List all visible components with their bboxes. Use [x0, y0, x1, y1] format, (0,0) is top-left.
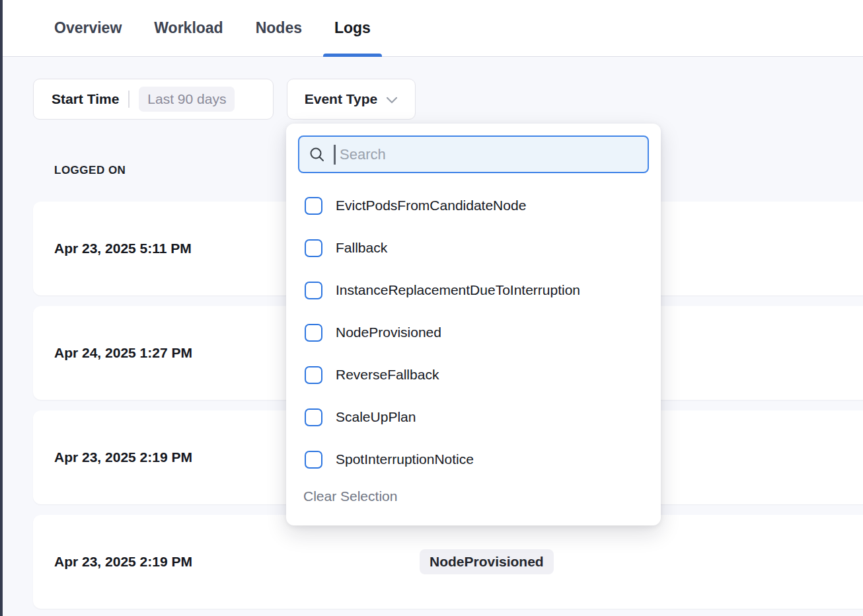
- option-reversefallback[interactable]: ReverseFallback: [305, 354, 649, 396]
- option-label: ReverseFallback: [336, 367, 439, 383]
- checkbox-unchecked[interactable]: [305, 324, 322, 342]
- option-evictpodsfromcandidatenode[interactable]: EvictPodsFromCandidateNode: [305, 184, 649, 227]
- start-time-value[interactable]: Last 90 days: [139, 87, 235, 112]
- tab-nodes[interactable]: Nodes: [244, 0, 313, 56]
- logged-on-value: Apr 23, 2025 2:19 PM: [54, 449, 192, 465]
- tab-overview[interactable]: Overview: [43, 0, 133, 56]
- active-tab-underline: [323, 54, 382, 57]
- option-label: SpotInterruptionNotice: [336, 451, 474, 467]
- option-scaleupplan[interactable]: ScaleUpPlan: [305, 396, 649, 438]
- start-time-label: Start Time: [52, 91, 119, 107]
- log-row[interactable]: Apr 23, 2025 2:19 PM NodeProvisioned: [33, 515, 863, 609]
- checkbox-unchecked[interactable]: [305, 366, 322, 384]
- chevron-down-icon: [386, 96, 398, 104]
- option-spotinterruptionnotice[interactable]: SpotInterruptionNotice: [305, 438, 649, 481]
- option-fallback[interactable]: Fallback: [305, 227, 649, 269]
- column-header-logged-on: LOGGED ON: [54, 164, 126, 177]
- checkbox-unchecked[interactable]: [305, 408, 322, 426]
- dropdown-search[interactable]: [298, 135, 649, 173]
- option-nodeprovisioned[interactable]: NodeProvisioned: [305, 311, 649, 354]
- tab-logs[interactable]: Logs: [323, 0, 382, 56]
- tab-overview-label: Overview: [54, 19, 122, 37]
- option-label: ScaleUpPlan: [336, 409, 416, 425]
- search-icon: [309, 146, 326, 163]
- logged-on-value: Apr 24, 2025 1:27 PM: [54, 345, 192, 361]
- tab-workload-label: Workload: [154, 19, 223, 37]
- tab-bar: Overview Workload Nodes Logs: [0, 0, 863, 57]
- checkbox-unchecked[interactable]: [305, 282, 322, 299]
- tab-workload[interactable]: Workload: [143, 0, 234, 56]
- tabs: Overview Workload Nodes Logs: [0, 0, 863, 56]
- option-instancereplacementduetointerruption[interactable]: InstanceReplacementDueToInterruption: [305, 269, 649, 311]
- checkbox-unchecked[interactable]: [305, 239, 322, 257]
- event-type-filter[interactable]: Event Type: [287, 79, 416, 120]
- event-type-options: EvictPodsFromCandidateNode Fallback Inst…: [298, 184, 649, 481]
- option-label: InstanceReplacementDueToInterruption: [336, 282, 580, 298]
- filter-divider: [128, 91, 130, 108]
- tab-nodes-label: Nodes: [256, 19, 302, 37]
- option-label: EvictPodsFromCandidateNode: [336, 198, 526, 213]
- sidebar-edge: [0, 0, 3, 616]
- start-time-filter[interactable]: Start Time Last 90 days: [33, 79, 274, 120]
- text-caret: [334, 145, 336, 165]
- event-type-label: Event Type: [305, 91, 377, 107]
- search-input[interactable]: [340, 146, 638, 163]
- logged-on-value: Apr 23, 2025 2:19 PM: [54, 554, 192, 570]
- event-type-dropdown: EvictPodsFromCandidateNode Fallback Inst…: [286, 124, 661, 525]
- clear-selection-link[interactable]: Clear Selection: [303, 488, 397, 504]
- option-label: Fallback: [336, 240, 387, 256]
- event-type-badge: NodeProvisioned: [420, 549, 554, 574]
- tab-logs-label: Logs: [334, 19, 371, 37]
- option-label: NodeProvisioned: [336, 325, 441, 340]
- checkbox-unchecked[interactable]: [305, 451, 322, 469]
- logged-on-value: Apr 23, 2025 5:11 PM: [54, 241, 192, 256]
- checkbox-unchecked[interactable]: [305, 197, 322, 215]
